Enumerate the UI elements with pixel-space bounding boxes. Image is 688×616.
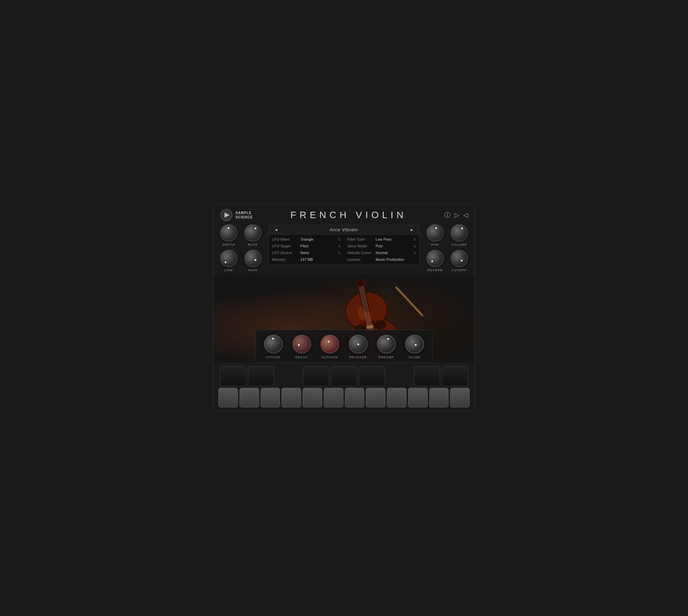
preset-field-memory: Memory: 147 MB [269,257,344,262]
filter-type-arrows[interactable]: ⇅ [413,238,416,241]
lfo-wave-arrows[interactable]: ⇅ [338,238,341,241]
decay-label: DECAY [295,355,308,359]
decay-knob[interactable] [292,335,311,354]
preset-field-lfo-source: LFO Source: None ⇅ [269,250,344,256]
low-label: LOW [224,268,233,272]
preamp-label: PREAMP [378,355,394,359]
high-label: HIGH [248,268,258,272]
preset-row-2: LFO Source: None ⇅ Velocity Curve: Norma… [269,249,419,256]
preset-field-lfo-wave: LFO Wave: Triangle ⇅ [269,237,344,242]
preset-row-1: LFO Target: Pitch ⇅ Voice Mode: Poly ⇅ [269,243,419,249]
black-key-0[interactable] [220,366,246,386]
black-key-1[interactable] [248,366,274,386]
high-knob[interactable] [244,250,262,267]
attack-wrap: ATTACK [264,335,283,359]
low-knob-container: LOW [220,250,237,272]
black-key-gap-0 [276,366,301,386]
high-knob-container: HIGH [244,250,262,272]
white-key-10[interactable] [429,388,449,407]
white-keys-row [219,388,469,407]
pan-knob[interactable] [426,224,444,242]
black-key-4[interactable] [359,366,385,386]
reverb-knob-container: REVERB [426,250,444,272]
skip-icon[interactable]: ◁ [463,212,468,219]
app-container: SAMPLE SCIENCE FRENCH VIOLIN ⓘ ▷ ◁ DEPTH [213,204,475,412]
info-icon[interactable]: ⓘ [444,211,451,219]
svg-line-17 [396,283,422,320]
sustain-wrap: SUSTAIN [320,335,339,359]
preset-field-lfo-target: LFO Target: Pitch ⇅ [269,243,344,249]
release-label: RELEASE [349,355,367,359]
rate-knob[interactable] [244,224,262,242]
white-key-5[interactable] [324,388,343,407]
voice-mode-arrows[interactable]: ⇅ [413,244,416,248]
lfo-source-arrows[interactable]: ⇅ [338,251,341,255]
volume-knob[interactable] [451,224,468,242]
main-area: ATTACK DECAY SUSTAIN RELEASE [213,275,475,362]
white-key-4[interactable] [303,388,322,407]
volume-label: VOLUME [451,243,467,246]
white-key-11[interactable] [450,388,469,407]
sustain-knob[interactable] [320,335,339,354]
white-key-0[interactable] [219,388,238,407]
white-key-2[interactable] [261,388,280,407]
volume-knob-container: VOLUME [451,224,468,246]
decay-wrap: DECAY [292,335,311,359]
black-key-3[interactable] [331,366,357,386]
preset-prev-button[interactable]: ◄ [273,227,279,232]
velocity-curve-arrows[interactable]: ⇅ [413,251,416,255]
white-key-3[interactable] [281,388,301,407]
pan-label: PAN [431,243,439,246]
glide-label: GLIDE [409,355,420,359]
pan-knob-container: PAN [426,224,444,246]
white-key-9[interactable] [408,388,428,407]
preset-row-0: LFO Wave: Triangle ⇅ Filter Type: Low Pa… [269,236,419,243]
header-icons: ⓘ ▷ ◁ [444,211,468,219]
release-wrap: RELEASE [349,335,368,359]
cutoff-label: CUTOFF [452,268,467,272]
svg-line-18 [396,282,423,319]
preset-row-3: Memory: 147 MB License: Music Production [269,256,419,263]
cutoff-knob-container: CUTOFF [451,250,468,272]
logo: SAMPLE SCIENCE [220,209,253,221]
preset-header: ◄ Arco Vibrato ► [269,225,419,235]
app-title: FRENCH VIOLIN [291,210,407,220]
preamp-wrap: PREAMP [377,335,396,359]
depth-knob-container: DEPTH [220,224,237,246]
glide-knob[interactable] [405,335,424,354]
preset-rows: LFO Wave: Triangle ⇅ Filter Type: Low Pa… [269,235,419,264]
black-key-gap-1 [387,366,412,386]
keyboard-section [213,362,475,411]
attack-knob[interactable] [264,335,283,354]
white-key-1[interactable] [239,388,259,407]
reverb-knob[interactable] [426,250,444,267]
rate-label: RATE [248,243,258,246]
header: SAMPLE SCIENCE FRENCH VIOLIN ⓘ ▷ ◁ [213,205,475,224]
white-key-6[interactable] [345,388,365,407]
play-icon[interactable]: ▷ [455,212,459,219]
preamp-knob[interactable] [377,335,396,354]
logo-text: SAMPLE SCIENCE [235,211,253,219]
preset-panel: ◄ Arco Vibrato ► LFO Wave: Triangle ⇅ Fi… [269,225,419,264]
black-key-6[interactable] [442,366,468,386]
depth-label: DEPTH [222,243,235,246]
top-controls: DEPTH RATE LOW HIGH [213,224,475,275]
black-keys-row [219,366,469,386]
lfo-target-arrows[interactable]: ⇅ [338,244,341,248]
reverb-label: REVERB [427,268,443,272]
white-key-8[interactable] [387,388,407,407]
left-knobs: DEPTH RATE LOW HIGH [220,224,262,272]
attack-label: ATTACK [266,355,280,359]
low-knob[interactable] [220,250,237,267]
preset-next-button[interactable]: ► [409,227,415,232]
preset-field-filter-type: Filter Type: Low Pass ⇅ [344,237,419,242]
black-key-2[interactable] [303,366,329,386]
preset-field-velocity-curve: Velocity Curve: Normal ⇅ [344,250,419,256]
preset-field-license: License: Music Production [344,257,419,262]
black-key-5[interactable] [414,366,440,386]
cutoff-knob[interactable] [451,250,468,267]
release-knob[interactable] [349,335,368,354]
preset-name: Arco Vibrato [279,227,409,232]
white-key-7[interactable] [366,388,385,407]
depth-knob[interactable] [220,224,237,242]
